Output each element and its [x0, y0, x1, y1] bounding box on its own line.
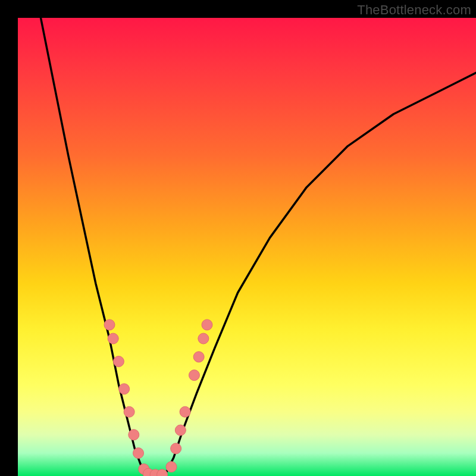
curve-group: [41, 18, 477, 476]
data-point: [113, 356, 124, 367]
data-point: [175, 425, 186, 436]
data-point: [129, 430, 139, 440]
data-point: [202, 320, 212, 330]
chart-frame: TheBottleneck.com: [0, 0, 476, 476]
data-point: [193, 352, 204, 362]
data-point: [166, 462, 177, 472]
data-point: [124, 406, 134, 417]
data-point: [119, 384, 130, 394]
data-point: [104, 320, 115, 330]
data-point: [108, 333, 118, 344]
data-point: [180, 406, 190, 417]
series-right-curve: [164, 73, 476, 476]
data-point: [133, 448, 144, 459]
marker-group: [104, 320, 212, 476]
data-point: [189, 370, 199, 381]
curve-layer: [18, 18, 476, 476]
data-point: [198, 333, 209, 344]
watermark-text: TheBottleneck.com: [357, 2, 471, 18]
plot-area: [18, 18, 476, 476]
data-point: [171, 443, 181, 454]
